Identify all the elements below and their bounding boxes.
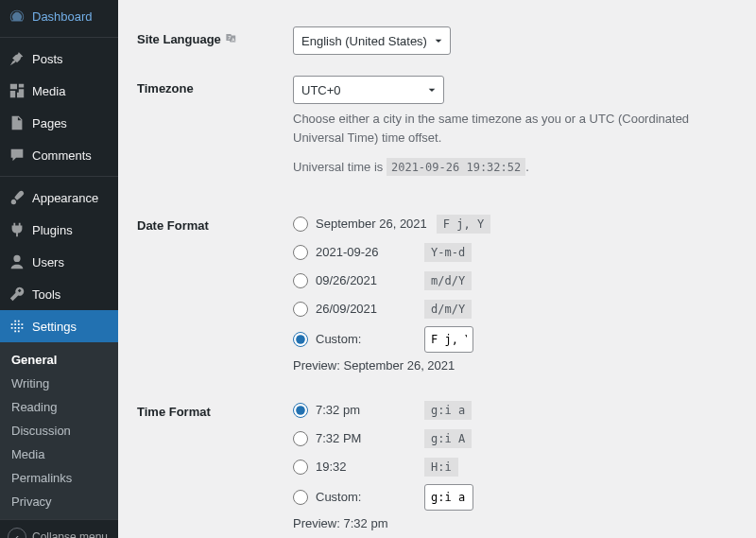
sidebar-label: Posts — [32, 52, 111, 66]
sidebar-label: Plugins — [32, 223, 111, 237]
date-option-code: d/m/Y — [424, 300, 472, 319]
settings-icon — [8, 317, 26, 336]
universal-time-line: Universal time is 2021-09-26 19:32:52. — [293, 158, 737, 177]
submenu-item-general[interactable]: General — [0, 348, 118, 372]
time-option-radio[interactable] — [293, 460, 308, 475]
time-option-row: 7:32 pm g:i a — [293, 399, 737, 422]
time-option-row: 19:32 H:i — [293, 456, 737, 478]
date-preview: Preview: September 26, 2021 — [293, 358, 737, 373]
timezone-description: Choose either a city in the same timezon… — [293, 110, 737, 147]
site-language-select[interactable]: English (United States) — [293, 26, 451, 55]
collapse-icon: ‹ — [8, 528, 26, 538]
sidebar-item-comments[interactable]: Comments — [0, 139, 118, 171]
label-date-format: Date Format — [137, 213, 293, 378]
sidebar-label: Media — [32, 84, 111, 98]
date-option-radio[interactable] — [293, 302, 308, 317]
sidebar-item-plugins[interactable]: Plugins — [0, 214, 118, 246]
sidebar-label: Appearance — [32, 191, 111, 205]
sidebar-label: Users — [32, 255, 111, 269]
time-option-code: g:i A — [424, 429, 472, 448]
sidebar-item-tools[interactable]: Tools — [0, 278, 118, 310]
media-icon — [8, 81, 26, 100]
sidebar-label: Settings — [32, 320, 111, 334]
row-time-format: Time Format 7:32 pm g:i a 7:32 PM g:i A … — [137, 399, 737, 539]
date-option-display: 26/09/2021 — [316, 302, 415, 316]
sidebar-item-dashboard[interactable]: Dashboard — [0, 0, 118, 32]
menu-separator — [0, 176, 118, 177]
time-option-code: g:i a — [424, 401, 472, 420]
comments-icon — [8, 146, 26, 165]
translate-icon — [225, 32, 238, 48]
sidebar-label: Pages — [32, 116, 111, 130]
timezone-select[interactable]: UTC+0 — [293, 76, 444, 104]
date-option-code: m/d/Y — [424, 271, 472, 290]
sidebar-label: Comments — [32, 148, 111, 163]
time-option-row: 7:32 PM g:i A — [293, 427, 737, 450]
time-option-display: 19:32 — [316, 460, 415, 474]
date-option-radio[interactable] — [293, 245, 308, 260]
row-site-language: Site Language English (United States) — [137, 26, 737, 55]
date-option-row: September 26, 2021 F j, Y — [293, 213, 737, 235]
settings-content: Site Language English (United States) Ti… — [118, 0, 756, 538]
menu-separator — [0, 37, 118, 38]
row-date-format: Date Format September 26, 2021 F j, Y 20… — [137, 213, 737, 378]
dashboard-icon — [8, 7, 26, 26]
sidebar-label: Tools — [32, 287, 111, 302]
row-timezone: Timezone UTC+0 Choose either a city in t… — [137, 76, 737, 188]
date-custom-label: Custom: — [316, 332, 415, 346]
sidebar-item-appearance[interactable]: Appearance — [0, 182, 118, 214]
users-icon — [8, 252, 26, 271]
page-icon — [8, 113, 26, 132]
date-option-row: 26/09/2021 d/m/Y — [293, 298, 737, 321]
date-option-row: 2021-09-26 Y-m-d — [293, 241, 737, 264]
date-option-radio[interactable] — [293, 273, 308, 288]
sidebar-item-settings[interactable]: Settings — [0, 310, 118, 342]
time-custom-row: Custom: — [293, 484, 737, 511]
date-option-display: September 26, 2021 — [316, 217, 427, 231]
time-option-display: 7:32 pm — [316, 403, 415, 417]
submenu-item-permalinks[interactable]: Permalinks — [0, 466, 118, 490]
date-option-row: 09/26/2021 m/d/Y — [293, 269, 737, 292]
sidebar-item-users[interactable]: Users — [0, 246, 118, 278]
label-site-language: Site Language — [137, 26, 293, 55]
tools-icon — [8, 285, 26, 304]
brush-icon — [8, 188, 26, 207]
label-time-format: Time Format — [137, 399, 293, 539]
pin-icon — [8, 49, 26, 68]
time-preview: Preview: 7:32 pm — [293, 516, 737, 530]
collapse-menu-button[interactable]: ‹ Collapse menu — [0, 519, 118, 538]
submenu-item-reading[interactable]: Reading — [0, 395, 118, 419]
date-option-display: 2021-09-26 — [316, 245, 415, 259]
universal-time-value: 2021-09-26 19:32:52 — [387, 158, 525, 176]
sidebar-label: Dashboard — [32, 9, 111, 24]
date-option-display: 09/26/2021 — [316, 273, 415, 287]
date-option-code: F j, Y — [437, 215, 490, 234]
label-timezone: Timezone — [137, 76, 293, 188]
submenu-item-privacy[interactable]: Privacy — [0, 490, 118, 513]
submenu-item-writing[interactable]: Writing — [0, 372, 118, 395]
time-option-radio[interactable] — [293, 431, 308, 446]
time-option-display: 7:32 PM — [316, 431, 415, 445]
time-option-radio[interactable] — [293, 403, 308, 418]
date-custom-input[interactable] — [424, 326, 473, 353]
time-custom-input[interactable] — [424, 484, 473, 511]
date-custom-row: Custom: — [293, 326, 737, 353]
sidebar-item-media[interactable]: Media — [0, 75, 118, 107]
plugin-icon — [8, 220, 26, 239]
date-option-radio[interactable] — [293, 217, 308, 232]
time-option-code: H:i — [424, 458, 458, 477]
submenu-item-media[interactable]: Media — [0, 443, 118, 466]
submenu-item-discussion[interactable]: Discussion — [0, 419, 118, 443]
sidebar-item-posts[interactable]: Posts — [0, 43, 118, 75]
admin-sidebar: Dashboard Posts Media Pages Comments App… — [0, 0, 118, 538]
time-custom-radio[interactable] — [293, 490, 308, 505]
date-custom-radio[interactable] — [293, 332, 308, 347]
date-option-code: Y-m-d — [424, 243, 472, 262]
collapse-label: Collapse menu — [32, 530, 108, 538]
time-custom-label: Custom: — [316, 490, 415, 504]
settings-submenu: General Writing Reading Discussion Media… — [0, 342, 118, 519]
sidebar-item-pages[interactable]: Pages — [0, 107, 118, 139]
